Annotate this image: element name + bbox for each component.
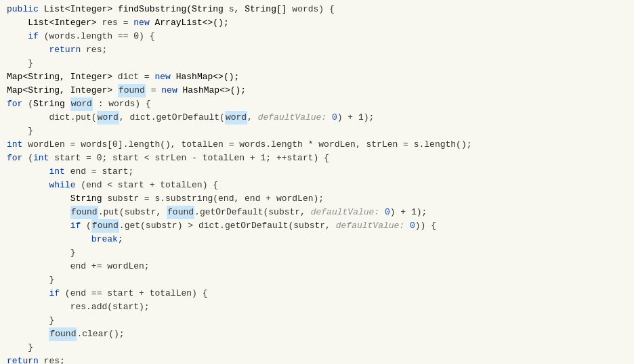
code-line: if (end == start + totalLen) { xyxy=(0,287,634,300)
code-line: res.add(start); xyxy=(0,300,634,314)
code-line: found.clear(); xyxy=(0,327,634,341)
code-line: Map<String, Integer> dict = new HashMap<… xyxy=(0,70,634,84)
code-line: List<Integer> res = new ArrayList<>(); xyxy=(0,16,634,30)
code-line: String substr = s.substring(end, end + w… xyxy=(0,192,634,206)
code-line: if (words.length == 0) { xyxy=(0,30,634,43)
code-line: if (found.get(substr) > dict.getOrDefaul… xyxy=(0,219,634,233)
code-line: } xyxy=(0,57,634,70)
code-line: int end = start; xyxy=(0,165,634,179)
code-line: dict.put(word, dict.getOrDefault(word, d… xyxy=(0,111,634,124)
code-line: found.put(substr, found.getOrDefault(sub… xyxy=(0,206,634,219)
code-line: return res; xyxy=(0,355,634,364)
code-line: } xyxy=(0,341,634,355)
code-line: break; xyxy=(0,233,634,246)
code-line: } xyxy=(0,246,634,260)
code-line: } xyxy=(0,124,634,138)
code-line: Map<String, Integer> found = new HashMap… xyxy=(0,84,634,97)
code-line: for (String word : words) { xyxy=(0,97,634,111)
code-line: end += wordLen; xyxy=(0,260,634,273)
code-line: int wordLen = words[0].length(), totalLe… xyxy=(0,138,634,152)
code-line: public List<Integer> findSubstring(Strin… xyxy=(0,3,634,16)
code-line: for (int start = 0; start < strLen - tot… xyxy=(0,152,634,165)
code-line: } xyxy=(0,314,634,327)
code-line: while (end < start + totalLen) { xyxy=(0,179,634,192)
code-line: } xyxy=(0,273,634,287)
code-line: return res; xyxy=(0,43,634,57)
code-editor: public List<Integer> findSubstring(Strin… xyxy=(0,0,634,364)
